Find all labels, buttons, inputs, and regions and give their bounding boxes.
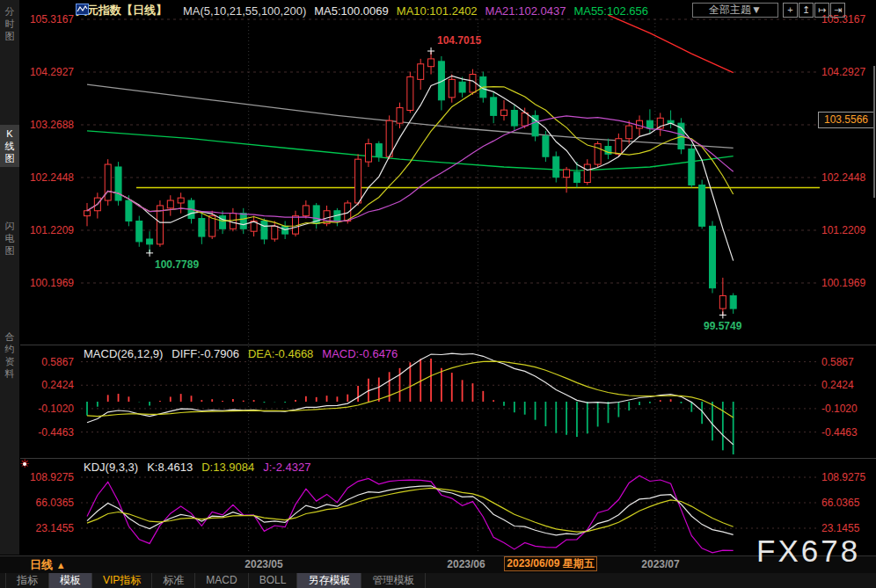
sidebar-item-label: 闪电图 — [4, 220, 16, 257]
sidebar-item-flash-chart[interactable]: 闪电图 — [0, 220, 19, 257]
tab-save-template[interactable]: 另存模板 — [297, 573, 361, 588]
candlestick-chart-canvas[interactable] — [0, 0, 876, 588]
y-axis-label: 101.2209 — [821, 224, 865, 236]
fx678-watermark: FX678 — [756, 534, 860, 569]
period-dropdown[interactable]: 日线 ▲ — [30, 557, 66, 573]
y-axis-label: 0.5867 — [21, 356, 74, 368]
y-axis-label: -0.1020 — [821, 403, 858, 415]
may-low-price-annotation: 100.7789 — [155, 258, 199, 271]
kdj-layer — [87, 475, 734, 553]
macd-diff-value: DIFF:-0.7906 — [172, 347, 239, 360]
y-axis-label: 0.5867 — [821, 356, 854, 368]
y-axis-label: 66.0365 — [21, 497, 74, 509]
right-scrollbar-thumb[interactable] — [873, 66, 875, 198]
high-price-annotation: 104.7015 — [437, 34, 481, 47]
candles-layer — [84, 51, 737, 315]
y-axis-label: 100.1969 — [821, 277, 865, 289]
move-icon[interactable]: + — [783, 3, 798, 18]
y-axis-label: 0.2424 — [821, 379, 854, 391]
sidebar-item-kline-chart[interactable]: K线图 — [0, 125, 19, 167]
bottom-toolbar: 指标 模板 VIP指标 标准 MACD BOLL 另存模板 管理模板 — [0, 573, 876, 588]
macd-macd-value: MACD:-0.6476 — [322, 347, 398, 360]
period-label: 日线 — [30, 558, 53, 571]
kdj-k-value: K:8.4613 — [147, 461, 193, 474]
extreme-markers — [146, 47, 726, 318]
macd-dea-value: DEA:-0.4668 — [248, 347, 313, 360]
period-arrow-icon: ▲ — [56, 560, 66, 570]
ma55-value: MA55:102.656 — [573, 4, 648, 18]
y-axis-label: 104.2927 — [21, 66, 74, 78]
tab-boll[interactable]: BOLL — [249, 573, 298, 588]
macd-layer — [87, 353, 734, 454]
sidebar-item-contract-info[interactable]: 合约资料 — [0, 330, 19, 380]
kdj-title: KDJ(9,3,3) — [84, 461, 138, 474]
y-axis-label: 100.1969 — [21, 277, 74, 289]
axis-zoom-horizontal-icon[interactable]: ↦ — [814, 3, 829, 18]
y-axis-label: -0.4463 — [21, 426, 74, 439]
kdj-d-value: D:13.9084 — [201, 461, 254, 474]
chart-application-window: 分时图 K线图 闪电图 合约资料 美元指数【日线】 MA(5,10,21,55,… — [0, 0, 876, 588]
ma21-value: MA21:102.0437 — [485, 4, 566, 18]
x-axis-date-label: 2023/05 — [245, 558, 282, 570]
x-axis-band — [0, 555, 876, 574]
tab-macd[interactable]: MACD — [195, 573, 248, 588]
highlighted-price-label: 103.5566 — [818, 112, 874, 128]
ma-params-label: MA(5,10,21,55,100,200) — [183, 4, 306, 18]
y-axis-label: 101.2209 — [21, 224, 74, 236]
panel-divider — [19, 345, 876, 345]
kdj-j-value: J:-2.4327 — [263, 461, 310, 474]
axis-zoom-vertical-icon[interactable]: ↥ — [799, 3, 814, 18]
kdj-panel-header: KDJ(9,3,3) K:8.4613 D:13.9084 J:-2.4327 — [84, 461, 310, 474]
july-low-price-annotation: 99.5749 — [704, 320, 741, 332]
indicator-settings-icon[interactable]: ✳ — [18, 457, 32, 471]
pan-right-icon[interactable]: ⇥ — [830, 3, 845, 18]
panel-divider — [19, 458, 876, 459]
tab-templates[interactable]: 模板 — [49, 573, 92, 588]
y-axis-label: 23.1455 — [21, 522, 74, 534]
y-axis-label: -0.1020 — [21, 403, 74, 415]
macd-panel-header: MACD(26,12,9) DIFF:-0.7906 DEA:-0.4668 M… — [84, 347, 398, 360]
tab-manage-template[interactable]: 管理模板 — [361, 573, 426, 588]
y-axis-label: 105.3167 — [21, 13, 74, 25]
y-axis-label: 66.0365 — [821, 497, 859, 509]
sidebar-item-label: 合约资料 — [4, 330, 16, 380]
y-axis-label: 104.2927 — [821, 66, 865, 78]
macd-title: MACD(26,12,9) — [84, 347, 163, 360]
y-axis-label: 102.2448 — [821, 171, 865, 184]
chart-header: 美元指数【日线】 MA(5,10,21,55,100,200) MA5:100.… — [76, 4, 648, 18]
sidebar-item-label: 分时图 — [4, 5, 16, 42]
highlighted-date-label: 2023/06/09 星期五 — [504, 556, 597, 571]
tab-standard[interactable]: 标准 — [152, 573, 195, 588]
y-axis-label: 108.9275 — [21, 471, 74, 483]
ma5-value: MA5:100.0069 — [314, 4, 389, 18]
y-axis-label: 108.9275 — [821, 471, 865, 483]
theme-selector-button[interactable]: 全部主题▼ — [692, 3, 778, 18]
y-axis-label: 103.2688 — [21, 119, 74, 131]
x-axis-date-label: 2023/07 — [641, 558, 679, 570]
y-axis-label: 23.1455 — [821, 522, 859, 534]
tab-indicators[interactable]: 指标 — [5, 573, 49, 588]
instrument-title: 美元指数【日线】 — [76, 3, 167, 18]
x-axis-date-label: 2023/06 — [447, 558, 485, 570]
tab-vip-indicators[interactable]: VIP指标 — [92, 573, 152, 588]
sidebar-item-label: K线图 — [4, 127, 16, 164]
y-axis-label: -0.4463 — [821, 426, 858, 439]
ma10-value: MA10:101.2402 — [397, 4, 478, 18]
y-axis-label: 0.2424 — [21, 379, 74, 391]
left-sidebar: 分时图 K线图 闪电图 合约资料 — [0, 0, 20, 555]
y-axis-label: 102.2448 — [21, 171, 74, 184]
sidebar-item-time-chart[interactable]: 分时图 — [0, 5, 19, 42]
sun-icon-dot — [23, 462, 26, 466]
